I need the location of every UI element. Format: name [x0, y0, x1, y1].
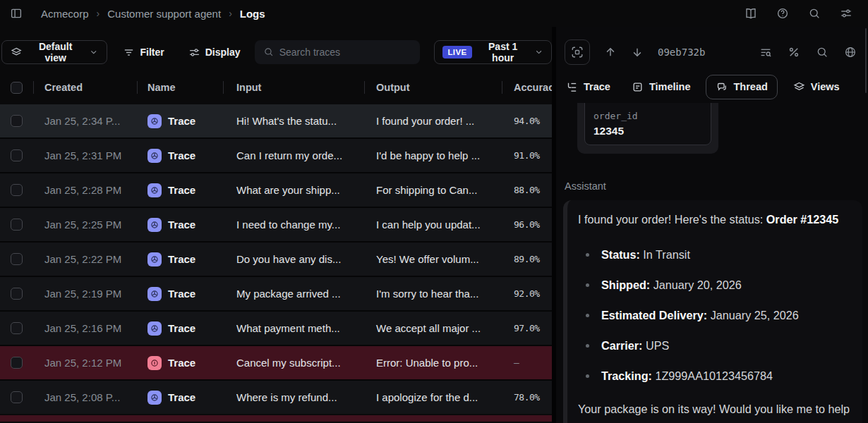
bullet-label: Estimated Delivery:	[601, 309, 707, 321]
row-checkbox[interactable]	[11, 219, 23, 231]
globe-icon[interactable]	[844, 46, 857, 59]
row-output: Yes! We offer volum...	[365, 253, 502, 265]
search-traces-box[interactable]	[255, 40, 421, 64]
row-accuracy: 78.0%	[502, 392, 552, 403]
row-name: Trace	[168, 357, 195, 369]
trace-rows: Jan 25, 2:34 P... Trace Hi! What's the s…	[0, 104, 552, 414]
percent-icon[interactable]	[788, 46, 800, 59]
table-row-partial-error[interactable]	[0, 415, 552, 422]
header-created[interactable]: Created	[34, 70, 138, 104]
default-view-button[interactable]: Default view	[1, 40, 107, 64]
row-name: Trace	[168, 184, 195, 196]
filter-button[interactable]: Filter	[119, 40, 168, 64]
row-checkbox[interactable]	[11, 253, 23, 265]
next-trace-arrow-down-icon[interactable]	[631, 46, 644, 59]
row-name-cell: Trace	[138, 218, 224, 232]
header-input[interactable]: Input	[224, 70, 365, 104]
chevron-down-icon	[534, 47, 543, 57]
trace-id[interactable]: 09eb732b	[658, 47, 705, 58]
table-row[interactable]: Jan 25, 2:28 PM Trace What are your ship…	[0, 173, 552, 207]
error-icon	[147, 356, 162, 370]
row-accuracy: 96.0%	[502, 219, 552, 230]
display-sliders-icon	[188, 47, 200, 59]
row-name: Trace	[168, 149, 195, 161]
docs-book-icon[interactable]	[745, 7, 757, 20]
tab-thread-label: Thread	[733, 81, 767, 92]
tool-arg-value: 12345	[593, 125, 702, 137]
header-name[interactable]: Name	[138, 70, 224, 104]
row-checkbox[interactable]	[11, 391, 23, 403]
search-icon[interactable]	[808, 7, 821, 20]
select-all-checkbox[interactable]	[11, 82, 23, 94]
help-icon[interactable]	[776, 7, 789, 20]
search-icon	[263, 47, 274, 59]
breadcrumb-separator: ›	[229, 8, 232, 19]
tool-args-box: order_id 12345	[584, 103, 711, 145]
table-row[interactable]: Jan 25, 2:19 PM Trace My package arrived…	[0, 277, 552, 310]
row-checkbox[interactable]	[11, 357, 23, 369]
tab-trace[interactable]: Trace	[566, 81, 610, 93]
traces-toolbar: Default view Filter Display	[0, 27, 552, 70]
row-input: Hi! What's the statu...	[224, 115, 365, 127]
tab-views[interactable]: Views	[793, 81, 840, 93]
expand-panel-button[interactable]	[565, 39, 590, 65]
table-header: Created Name Input Output Accuracy	[0, 70, 552, 104]
tab-timeline[interactable]: Timeline	[632, 81, 691, 93]
row-created: Jan 25, 2:25 PM	[34, 219, 138, 231]
bullet-icon	[586, 374, 589, 378]
table-row[interactable]: Jan 25, 2:12 PM Trace Cancel my subscrip…	[0, 346, 552, 379]
table-row[interactable]: Jan 25, 2:22 PM Trace Do you have any di…	[0, 243, 552, 276]
search-traces-input[interactable]	[279, 47, 412, 58]
layers-icon	[11, 47, 22, 59]
table-row[interactable]: Jan 25, 2:25 PM Trace I need to change m…	[0, 208, 552, 241]
settings-sliders-icon[interactable]	[840, 7, 852, 20]
row-checkbox[interactable]	[11, 184, 23, 196]
bullet-icon	[586, 253, 589, 257]
list-search-icon[interactable]	[759, 46, 772, 59]
trace-icon	[147, 114, 162, 128]
tool-call-card[interactable]: order_id 12345	[577, 103, 718, 154]
trace-icon	[147, 391, 162, 405]
row-created: Jan 25, 2:34 P...	[34, 115, 138, 127]
table-row[interactable]: Jan 25, 2:31 PM Trace Can I return my or…	[0, 139, 552, 172]
message-intro: I found your order! Here's the status: O…	[578, 209, 852, 230]
row-checkbox[interactable]	[11, 115, 23, 127]
table-row[interactable]: Jan 25, 2:16 PM Trace What payment meth.…	[0, 312, 552, 345]
select-all-cell	[0, 70, 34, 104]
row-select-cell	[0, 357, 34, 369]
traces-pane: Default view Filter Display	[0, 27, 552, 423]
bullet-value: UPS	[642, 339, 669, 352]
row-checkbox[interactable]	[11, 322, 23, 334]
row-checkbox[interactable]	[11, 288, 23, 300]
row-name-cell: Trace	[138, 356, 224, 370]
main-split: Default view Filter Display	[0, 27, 868, 423]
time-range-button[interactable]: LIVE Past 1 hour	[434, 40, 552, 64]
assistant-message-bubble[interactable]: I found your order! Here's the status: O…	[563, 200, 862, 423]
tab-thread[interactable]: Thread	[706, 75, 777, 99]
header-output[interactable]: Output	[365, 70, 502, 104]
search-icon[interactable]	[816, 46, 828, 59]
row-checkbox[interactable]	[11, 149, 23, 161]
breadcrumb-org[interactable]: Acmecorp	[41, 8, 89, 20]
row-output: I can help you updat...	[365, 219, 502, 231]
row-select-cell	[0, 288, 34, 300]
row-output: For shipping to Can...	[365, 184, 502, 196]
panel-scrollbar[interactable]	[865, 28, 867, 93]
panel-header: 09eb732b	[556, 27, 868, 70]
order-status-item: Shipped: January 20, 2026	[578, 275, 852, 295]
header-accuracy[interactable]: Accuracy	[502, 70, 552, 104]
sidebar-toggle-icon[interactable]	[10, 7, 23, 20]
row-input: Where is my refund...	[224, 391, 365, 403]
order-status-list: Status: In Transit Shipped: January 20, …	[578, 245, 852, 386]
breadcrumb-project[interactable]: Customer support agent	[107, 8, 221, 20]
table-row[interactable]: Jan 25, 2:34 P... Trace Hi! What's the s…	[0, 104, 552, 137]
row-accuracy: 97.0%	[502, 323, 552, 333]
row-output: Error: Unable to pro...	[365, 357, 502, 369]
display-label: Display	[205, 47, 241, 58]
table-row[interactable]: Jan 25, 2:08 P... Trace Where is my refu…	[0, 381, 552, 414]
bullet-label: Carrier:	[601, 339, 642, 352]
display-button[interactable]: Display	[184, 40, 245, 64]
order-status-item: Status: In Transit	[578, 245, 852, 265]
prev-trace-arrow-up-icon[interactable]	[604, 46, 617, 59]
top-bar: Acmecorp › Customer support agent › Logs	[0, 0, 868, 27]
